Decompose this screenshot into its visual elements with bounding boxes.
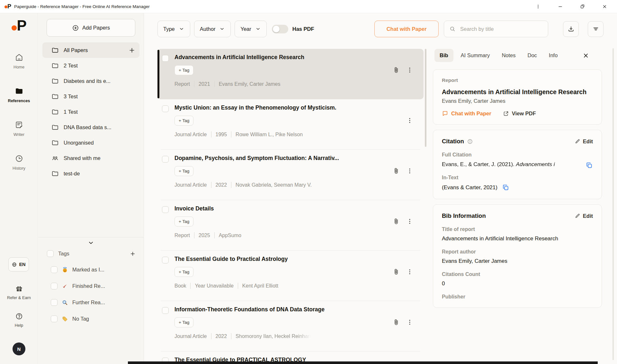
folder-icon [51,77,59,85]
export-button[interactable] [563,21,579,37]
paperclip-icon[interactable] [392,268,400,276]
chat-with-paper-link[interactable]: Chat with Paper [442,110,491,117]
edit-bib-button[interactable]: Edit [575,213,593,219]
paper-title: Dopamine, Psychosis, and Symptom Fluctua… [174,155,393,162]
paper-row[interactable]: Dopamine, Psychosis, and Symptom Fluctua… [157,150,424,200]
tag-row[interactable]: Marked as I... [51,262,136,278]
window-minimize-icon[interactable] [558,4,563,9]
rail-item-label: Writer [0,132,38,137]
tab-info[interactable]: Info [549,52,558,58]
add-papers-label: Add Papers [82,25,110,31]
filter-author-button[interactable]: Author [194,21,231,37]
kebab-menu-icon[interactable] [406,318,414,326]
sort-button[interactable] [588,21,604,37]
paper-authors: Rowe William L., Pike Nelson [236,132,303,138]
sidebar-folder-all-papers[interactable]: All Papers [42,42,139,58]
add-to-folder-icon[interactable] [128,47,136,54]
info-icon[interactable] [467,138,473,145]
help-button[interactable]: Help [0,312,38,328]
paper-row[interactable]: Advancements in Artificial Intelligence … [157,49,424,99]
window-menu-icon[interactable] [535,4,541,9]
paper-checkbox[interactable] [162,257,169,263]
kebab-menu-icon[interactable] [406,167,414,175]
folder-label: DNA Based data s... [64,124,136,130]
add-tag-button[interactable]: + Tag [174,166,193,176]
search-box[interactable] [444,21,548,37]
view-pdf-link[interactable]: View PDF [503,111,536,117]
tag-checkbox[interactable] [51,315,58,322]
sidebar-folder-1-test[interactable]: 1 Test [42,104,139,120]
globe-icon [12,262,17,267]
copy-intext-icon[interactable] [502,184,509,191]
kebab-menu-icon[interactable] [406,66,414,74]
add-papers-button[interactable]: Add Papers [47,19,135,37]
has-pdf-toggle[interactable] [272,25,288,33]
divider [214,232,215,238]
chat-with-paper-button[interactable]: Chat with Paper [374,21,439,37]
sidebar-folder-test-de[interactable]: test-de [42,166,139,181]
window-close-icon[interactable] [602,4,607,9]
paper-row[interactable]: Information-Theoretic Foundations of DNA… [157,301,424,351]
add-tag-icon[interactable] [130,251,136,257]
rail-item-label: References [0,98,38,103]
tab-ai-summary[interactable]: AI Summary [461,52,490,58]
tab-notes[interactable]: Notes [502,52,515,58]
paper-checkbox[interactable] [162,206,169,213]
window-restore-icon[interactable] [580,4,585,9]
edit-citation-button[interactable]: Edit [575,138,593,145]
kebab-menu-icon[interactable] [406,116,414,125]
paper-title: The Essential Guide to Practical Astrolo… [174,256,393,262]
kebab-menu-icon[interactable] [406,268,414,276]
sidebar-folder-shared-with-me[interactable]: Shared with me [42,150,139,166]
add-tag-button[interactable]: + Tag [174,116,193,126]
filter-type-button[interactable]: Type [157,21,190,37]
tag-row[interactable]: No Tag [51,311,136,327]
rail-item-references[interactable]: References [0,87,38,103]
paperclip-icon[interactable] [392,217,400,226]
refer-earn-button[interactable]: Refer & Earn [0,285,38,300]
tag-checkbox[interactable] [51,266,58,273]
paper-checkbox[interactable] [162,105,169,112]
add-tag-button[interactable]: + Tag [174,217,193,226]
sidebar-folder-2-test[interactable]: 2 Test [42,58,139,73]
paper-checkbox[interactable] [162,55,169,62]
tag-checkbox[interactable] [51,299,58,306]
add-tag-button[interactable]: + Tag [174,267,193,277]
sidebar-folder-3-test[interactable]: 3 Test [42,89,139,104]
sidebar-folder-unorganised[interactable]: Unorganised [42,135,139,150]
close-panel-icon[interactable] [582,52,589,59]
detail-scrollbar[interactable] [613,48,614,360]
tag-row[interactable]: Further Rea... [51,294,136,311]
sidebar-logo[interactable]: P [0,18,38,33]
filter-year-button[interactable]: Year [235,21,266,37]
rail-item-history[interactable]: History [0,154,38,171]
add-tag-button[interactable]: + Tag [174,65,193,75]
sidebar-folder-dna-based-data-s[interactable]: DNA Based data s... [42,120,139,135]
tag-row[interactable]: Finished Re... [51,278,136,294]
paper-checkbox[interactable] [162,156,169,163]
left-rail: P HomeReferencesWriterHistory EN Refer &… [0,13,38,364]
paperclip-icon[interactable] [392,167,400,175]
paper-checkbox[interactable] [162,307,169,314]
language-button[interactable]: EN [8,257,29,271]
paper-row[interactable]: The Essential Guide to Practical Astrolo… [157,251,424,301]
copy-citation-icon[interactable] [586,162,593,169]
paper-row[interactable]: Invoice Details+ TagReport2025AppSumo [157,200,424,251]
user-avatar[interactable]: N [13,342,25,355]
search-input[interactable] [460,26,543,32]
folder-label: Diabetes and its e... [64,78,136,84]
add-tag-button[interactable]: + Tag [174,317,193,327]
rail-item-home[interactable]: Home [0,53,38,69]
paper-row[interactable]: Mystic Union: an Essay in the Phenomenol… [157,99,424,150]
tags-checkbox[interactable] [47,250,54,257]
paperclip-icon[interactable] [392,318,400,326]
tag-checkbox[interactable] [51,283,58,289]
list-scrollbar[interactable] [425,49,426,147]
kebab-menu-icon[interactable] [406,217,414,226]
sidebar-folder-diabetes-and-its-e[interactable]: Diabetes and its e... [42,73,139,89]
tab-bib[interactable]: Bib [434,49,453,62]
paperclip-icon[interactable] [392,66,400,74]
collapse-tags-button[interactable] [38,237,144,246]
tab-doc[interactable]: Doc [527,52,537,58]
rail-item-writer[interactable]: Writer [0,120,38,137]
